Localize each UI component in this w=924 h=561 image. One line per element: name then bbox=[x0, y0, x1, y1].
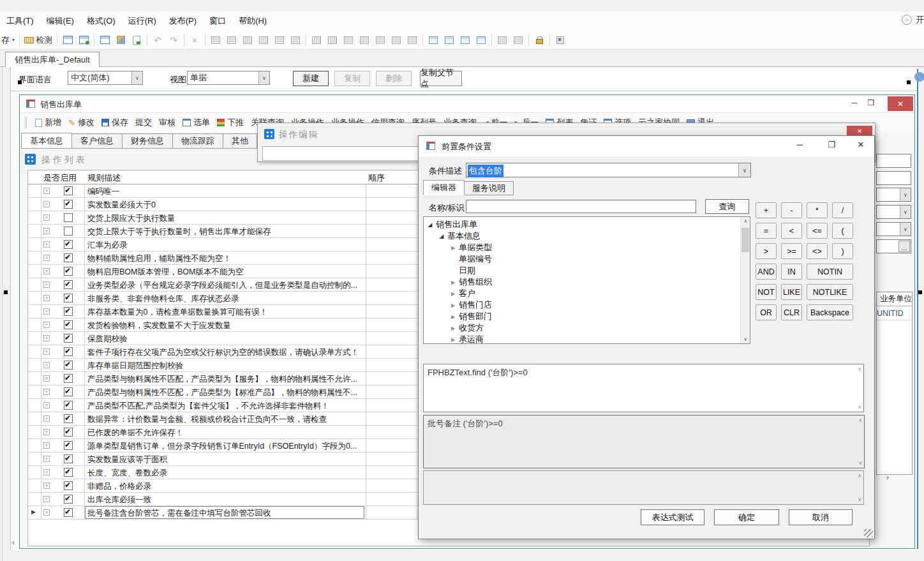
expand-icon[interactable]: + bbox=[43, 255, 50, 261]
toolbar-button-审核[interactable]: 审核 bbox=[159, 117, 175, 128]
expand-icon[interactable]: + bbox=[43, 442, 50, 449]
column-header-是否启用[interactable]: 是否启用 bbox=[43, 172, 77, 184]
tab-财务信息[interactable]: 财务信息 bbox=[122, 133, 173, 149]
operator-button-=[interactable]: = bbox=[756, 223, 777, 239]
operator-button-/[interactable]: / bbox=[832, 202, 853, 218]
panel-icon[interactable] bbox=[475, 34, 487, 47]
operator-button-<=[interactable]: <= bbox=[807, 223, 828, 239]
expand-icon[interactable]: + bbox=[43, 335, 50, 341]
expand-icon[interactable]: + bbox=[43, 322, 50, 328]
tree-collapsed-icon[interactable]: ▶ bbox=[449, 245, 457, 251]
lock-icon[interactable] bbox=[533, 34, 545, 47]
operator-button-NOTIN[interactable]: NOTIN bbox=[807, 264, 853, 280]
expand-icon[interactable]: + bbox=[43, 509, 50, 516]
operator-button-([interactable]: ( bbox=[832, 223, 853, 239]
chevron-down-icon[interactable]: ∨ bbox=[900, 188, 911, 201]
dialog-tab-服务说明[interactable]: 服务说明 bbox=[464, 181, 514, 195]
undo-icon[interactable]: ↶ bbox=[152, 34, 163, 47]
operator-button-+[interactable]: + bbox=[756, 202, 777, 218]
operator-button-NOTLIKE[interactable]: NOTLIKE bbox=[807, 284, 853, 300]
enable-checkbox[interactable] bbox=[64, 294, 73, 303]
enable-checkbox[interactable] bbox=[64, 387, 73, 396]
delete-icon[interactable]: × bbox=[189, 34, 200, 47]
operator-button-NOT[interactable]: NOT bbox=[756, 284, 777, 300]
operator-button-*[interactable]: * bbox=[807, 202, 828, 218]
scroll-down-icon[interactable]: ∨ bbox=[858, 404, 861, 410]
enable-checkbox[interactable] bbox=[64, 186, 73, 195]
expression-editor[interactable]: FPHBZText.find ('台阶')>=0 ∧ ∨ bbox=[423, 364, 864, 412]
expand-icon[interactable]: + bbox=[43, 201, 50, 207]
enable-checkbox[interactable] bbox=[64, 227, 73, 236]
expand-icon[interactable]: + bbox=[43, 228, 50, 234]
panel-icon[interactable] bbox=[428, 34, 439, 47]
chevron-down-icon[interactable]: ∨ bbox=[900, 206, 911, 218]
close-button[interactable]: ✕ bbox=[854, 140, 868, 149]
align-right-icon[interactable] bbox=[226, 34, 237, 47]
expand-icon[interactable]: + bbox=[43, 214, 50, 221]
enable-checkbox[interactable] bbox=[64, 414, 73, 423]
scrollbar-thumb[interactable] bbox=[741, 228, 749, 252]
selection-handle[interactable] bbox=[4, 290, 8, 294]
scroll-right-arrow[interactable]: › bbox=[886, 473, 889, 482]
enable-checkbox[interactable] bbox=[64, 361, 73, 370]
enable-checkbox[interactable] bbox=[64, 401, 73, 410]
tree-item-基本信息[interactable]: ◢基本信息 bbox=[424, 230, 750, 242]
tree-item-单据类型[interactable]: ▶单据类型 bbox=[424, 242, 750, 253]
tab-基本信息[interactable]: 基本信息 bbox=[21, 133, 72, 149]
enable-checkbox[interactable] bbox=[64, 468, 73, 477]
field-lookup[interactable]: ... bbox=[876, 239, 911, 253]
menu-item-窗口[interactable]: 窗口 bbox=[209, 15, 226, 27]
same-width-icon[interactable] bbox=[290, 34, 301, 47]
cancel-button[interactable]: 取消 bbox=[789, 509, 853, 525]
table-icon[interactable] bbox=[406, 34, 418, 47]
scroll-down-icon[interactable]: ∨ bbox=[858, 497, 861, 502]
enable-checkbox[interactable] bbox=[64, 481, 73, 490]
enable-checkbox[interactable] bbox=[64, 508, 73, 517]
operator-button-<>[interactable]: <> bbox=[807, 243, 828, 259]
toolbar-button-选单[interactable]: 选单 bbox=[183, 117, 210, 128]
tree-expanded-icon[interactable]: ◢ bbox=[438, 233, 445, 239]
selection-handle[interactable] bbox=[907, 80, 911, 84]
document-tab[interactable]: 销售出库单-_Default bbox=[5, 52, 100, 67]
operator-button-<[interactable]: < bbox=[781, 223, 802, 239]
align-top-icon[interactable] bbox=[242, 34, 253, 47]
enable-checkbox[interactable] bbox=[64, 454, 73, 463]
condition-desc-combo[interactable]: 包含台阶 ∨ bbox=[466, 163, 751, 177]
expand-icon[interactable]: + bbox=[43, 362, 50, 368]
stamp-icon[interactable] bbox=[555, 34, 566, 47]
save-button[interactable]: 存▾ bbox=[1, 34, 15, 47]
scroll-down-icon[interactable]: ∨ bbox=[858, 460, 862, 466]
operator-button-LIKE[interactable]: LIKE bbox=[781, 284, 802, 300]
resize-grip[interactable] bbox=[864, 529, 873, 537]
panel-icon[interactable] bbox=[459, 34, 471, 47]
panel-icon[interactable] bbox=[443, 34, 455, 47]
tree-item-客户[interactable]: ▶客户 bbox=[424, 288, 750, 299]
formbar-button-新建[interactable]: 新建 bbox=[293, 71, 329, 86]
expand-icon[interactable]: + bbox=[43, 281, 50, 288]
align-bottom-icon[interactable] bbox=[258, 34, 269, 47]
expand-icon[interactable]: + bbox=[43, 402, 50, 408]
window-titlebar[interactable]: 销售出库单 ─ ❒ ✕ bbox=[20, 95, 914, 113]
enable-checkbox[interactable] bbox=[64, 334, 73, 343]
ellipsis-button[interactable]: ... bbox=[898, 241, 910, 252]
expand-icon[interactable]: + bbox=[43, 188, 50, 194]
spacing-icon[interactable] bbox=[311, 34, 322, 47]
spacing-icon[interactable] bbox=[327, 34, 338, 47]
redo-icon[interactable]: ↷ bbox=[168, 34, 179, 47]
close-button[interactable]: ✕ bbox=[888, 96, 913, 111]
field-input[interactable] bbox=[876, 171, 911, 185]
field-input[interactable] bbox=[876, 154, 911, 168]
scroll-up-icon[interactable]: ∧ bbox=[858, 417, 862, 423]
expand-icon[interactable]: + bbox=[43, 308, 50, 315]
menu-item-帮助(H)[interactable]: 帮助(H) bbox=[239, 15, 267, 27]
order-icon[interactable] bbox=[512, 34, 524, 47]
column-header-规则描述[interactable]: 规则描述 bbox=[87, 172, 121, 184]
expand-icon[interactable]: + bbox=[43, 429, 50, 435]
window-icon[interactable] bbox=[62, 34, 73, 47]
expression-description-box[interactable]: 批号备注 ('台阶')>=0 ∧ ∨ bbox=[423, 415, 865, 468]
operator-button->[interactable]: > bbox=[756, 243, 777, 259]
field-select[interactable]: ∨ bbox=[876, 222, 911, 236]
tree-collapsed-icon[interactable]: ▶ bbox=[449, 314, 457, 320]
menu-item-运行(R)[interactable]: 运行(R) bbox=[128, 15, 156, 27]
tree-scrollbar[interactable]: ∧ ∨ bbox=[740, 217, 750, 343]
